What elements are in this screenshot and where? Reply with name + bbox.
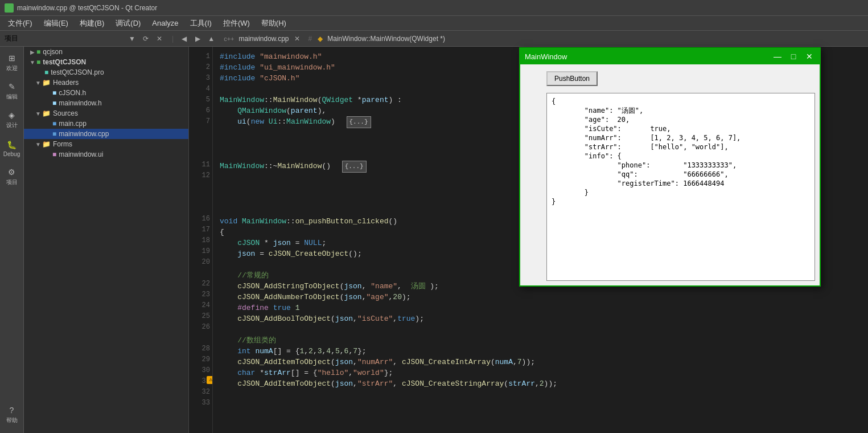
toolbar-close-btn[interactable]: ✕ [154, 33, 165, 44]
sidebar-welcome-btn[interactable]: ⊞ 欢迎 [1, 49, 23, 76]
sidebar-edit-btn[interactable]: ✎ 编辑 [1, 77, 23, 105]
edit-icon: ✎ [7, 81, 17, 92]
tree-label-sources: Sources [53, 109, 78, 117]
tree-item-main-cpp[interactable]: ▶ ■ main.cpp [24, 119, 188, 129]
tree-item-qcjson[interactable]: ▶ ■ qcjson [24, 47, 188, 57]
tree-arrow-testQtCJSON: ▼ [28, 59, 36, 66]
sidebar-design-btn[interactable]: ◈ 设计 [1, 106, 23, 133]
nav-back-btn[interactable]: ◀ [178, 33, 190, 44]
project-icon-qcjson: ■ [36, 48, 40, 56]
menu-file[interactable]: 文件(F) [2, 16, 38, 30]
app-icon [5, 3, 14, 13]
menu-debug[interactable]: 调试(D) [110, 16, 146, 30]
tree-arrow-sources: ▼ [34, 111, 42, 117]
tab-separator: # [308, 35, 312, 43]
project-icon-testQtCJSON: ■ [36, 58, 40, 66]
toolbar-filter-btn[interactable]: ▼ [126, 33, 138, 44]
project-icon: ⚙ [7, 167, 17, 177]
cpp-icon-mainwindow: ■ [52, 130, 56, 138]
tree-label-testQtCJSON: testQtCJSON [43, 58, 86, 66]
tab-filename: mainwindow.cpp [238, 35, 289, 43]
toolbar: 项目 ▼ ⟳ ✕ | ◀ ▶ ▲ c++ mainwindow.cpp ✕ # … [0, 31, 868, 47]
tree-item-sources[interactable]: ▼ 📁 Sources [24, 108, 188, 119]
line-numbers: 1 2 3 4 5 6 7 11 12 16 17 18 19 20 [189, 47, 213, 433]
sidebar-design-label: 设计 [6, 121, 18, 129]
popup-body: PushButton { "name": "汤圆", "age": 20, "i… [520, 64, 820, 285]
tree-label-forms: Forms [53, 140, 72, 148]
file-icon-cpp: c++ [224, 35, 234, 42]
sidebar-help-btn[interactable]: ? 帮助 [1, 401, 23, 428]
tree-item-headers[interactable]: ▼ 📁 Headers [24, 77, 188, 88]
sidebar-help-label: 帮助 [6, 416, 18, 424]
tree-label-mainwindow-ui: mainwindow.ui [59, 150, 103, 158]
tree-arrow-forms: ▼ [34, 141, 42, 148]
tree-label-qcjson: qcjson [43, 48, 63, 56]
tree-item-cjson-h[interactable]: ▶ ■ cJSON.h [24, 88, 188, 98]
h-icon-cjson: ■ [52, 89, 56, 97]
menu-edit[interactable]: 编辑(E) [38, 16, 74, 30]
h-icon-mainwindow: ■ [52, 99, 56, 107]
tree-item-pro[interactable]: ▶ ■ testQtCJSON.pro [24, 67, 188, 77]
ui-icon-mainwindow: ■ [52, 150, 56, 158]
menu-build[interactable]: 构建(B) [74, 16, 110, 30]
project-header-label: 项目 [5, 34, 18, 43]
popup-close-btn[interactable]: ✕ [804, 51, 815, 62]
sidebar-welcome-label: 欢迎 [6, 64, 18, 72]
menu-bar: 文件(F) 编辑(E) 构建(B) 调试(D) Analyze 工具(I) 控件… [0, 16, 868, 31]
tree-item-testQtCJSON[interactable]: ▼ ■ testQtCJSON [24, 57, 188, 67]
tree-item-forms[interactable]: ▼ 📁 Forms [24, 139, 188, 149]
tree-label-headers: Headers [53, 79, 79, 87]
sidebar-debug-btn[interactable]: 🐛 Debug [1, 134, 23, 162]
sidebar-project-btn[interactable]: ⚙ 项目 [1, 163, 23, 190]
popup-controls: — □ ✕ [772, 51, 815, 62]
tree-label-mainwindow-cpp: mainwindow.cpp [59, 130, 109, 138]
tree-arrow-qcjson: ▶ [28, 49, 36, 55]
menu-widgets[interactable]: 控件(W) [217, 16, 256, 30]
sidebar-edit-label: 编辑 [6, 93, 18, 101]
breadcrumb-text: MainWindow::MainWindow(QWidget *) [327, 35, 445, 43]
design-icon: ◈ [7, 110, 17, 120]
tree-item-mainwindow-ui[interactable]: ▶ ■ mainwindow.ui [24, 149, 188, 160]
sidebar-project-label: 项目 [6, 178, 18, 186]
json-output: { "name": "汤圆", "age": 20, "isCute": tru… [546, 93, 815, 281]
tree-label-main-cpp: main.cpp [59, 120, 87, 128]
title-bar: mainwindow.cpp @ testQtCJSON - Qt Creato… [0, 0, 868, 16]
folder-icon-forms: 📁 [42, 140, 51, 148]
tree-label-mainwindow-h: mainwindow.h [59, 99, 101, 107]
pro-icon: ■ [44, 68, 48, 76]
window-title: mainwindow.cpp @ testQtCJSON - Qt Creato… [17, 4, 157, 12]
sidebar-icons: ⊞ 欢迎 ✎ 编辑 ◈ 设计 🐛 Debug ⚙ 项目 ? 帮助 [0, 47, 24, 433]
help-icon: ? [7, 405, 17, 415]
menu-analyze[interactable]: Analyze [146, 16, 184, 30]
nav-up-btn[interactable]: ▲ [205, 33, 217, 44]
cpp-icon-main: ■ [52, 120, 56, 128]
file-tree: ▶ ■ qcjson ▼ ■ testQtCJSON ▶ ■ testQtCJS… [24, 47, 189, 433]
popup-maximize-btn[interactable]: □ [788, 51, 799, 62]
tree-item-mainwindow-cpp[interactable]: ▶ ■ mainwindow.cpp [24, 129, 188, 139]
menu-tools[interactable]: 工具(I) [184, 16, 217, 30]
folder-icon-headers: 📁 [42, 79, 51, 87]
sidebar-debug-label: Debug [3, 151, 20, 157]
popup-title-label: MainWindow [525, 52, 567, 61]
toolbar-sync-btn[interactable]: ⟳ [140, 33, 151, 44]
tree-label-pro: testQtCJSON.pro [51, 68, 104, 76]
tree-item-mainwindow-h[interactable]: ▶ ■ mainwindow.h [24, 98, 188, 108]
push-button[interactable]: PushButton [546, 71, 598, 86]
popup-title-bar[interactable]: MainWindow — □ ✕ [520, 48, 820, 64]
popup-window: MainWindow — □ ✕ PushButton { "name": "汤… [519, 47, 821, 287]
tree-label-cjson-h: cJSON.h [59, 89, 86, 97]
nav-forward-btn[interactable]: ▶ [192, 33, 203, 44]
popup-minimize-btn[interactable]: — [772, 51, 783, 62]
folder-icon-sources: 📁 [42, 109, 51, 117]
tab-close-btn[interactable]: ✕ [291, 33, 303, 44]
breadcrumb-diamond: ◆ [318, 35, 323, 43]
welcome-icon: ⊞ [7, 53, 17, 63]
tree-arrow-headers: ▼ [34, 80, 42, 86]
menu-help[interactable]: 帮助(H) [256, 16, 292, 30]
debug-icon: 🐛 [7, 140, 17, 150]
